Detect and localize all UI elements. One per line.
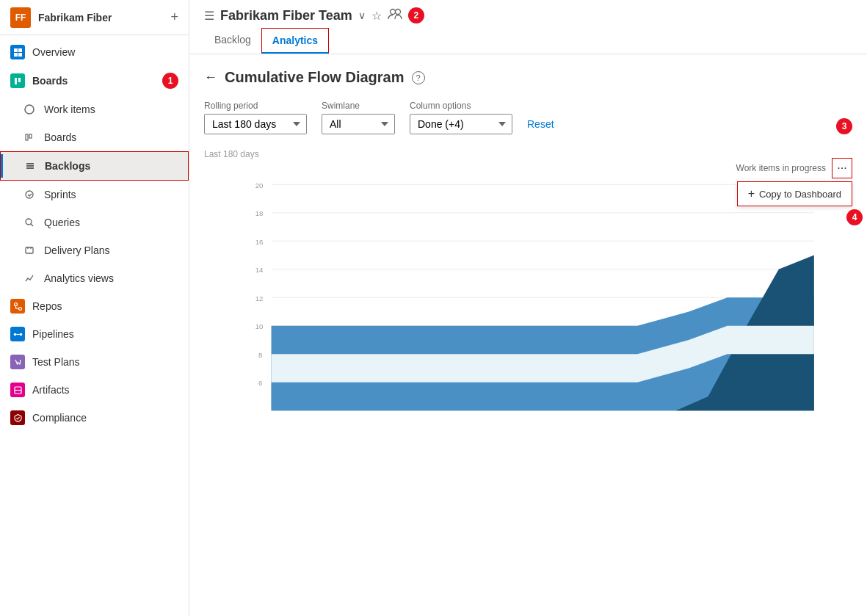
svg-rect-0 [14,48,18,52]
copy-to-dashboard-button[interactable]: + Copy to Dashboard [737,181,852,206]
filters-row: Rolling period Last 30 days Last 60 days… [204,101,852,134]
sidebar-item-label: Overview [32,46,75,58]
header-top: ☰ Fabrikam Fiber Team ∨ ☆ 2 [204,7,852,23]
sidebar-item-overview[interactable]: Overview [0,38,189,66]
sidebar-item-queries[interactable]: Queries [0,209,189,236]
chart-container: Last 180 days Work items in progress ···… [204,149,852,476]
step-badge-1: 1 [162,73,178,89]
sidebar-item-artifacts[interactable]: Artifacts [0,376,189,404]
svg-rect-15 [26,247,33,253]
sidebar-item-label: Work items [44,104,95,115]
sidebar-item-analytics-views[interactable]: Analytics views [0,264,189,292]
svg-point-22 [13,333,16,336]
step-badge-4: 4 [846,209,863,225]
chart-controls-row: Work items in progress ··· [736,158,852,178]
sidebar-header: FF Fabrikam Fiber + [0,0,189,35]
sidebar-item-label: Pipelines [32,328,74,340]
rolling-period-select[interactable]: Last 30 days Last 60 days Last 90 days L… [204,114,307,134]
sidebar-item-label: Sprints [44,189,76,200]
sidebar-item-label: Compliance [32,412,87,424]
overview-icon [10,45,25,59]
sidebar-item-pipelines[interactable]: Pipelines [0,320,189,348]
svg-text:14: 14 [255,266,264,274]
svg-rect-5 [18,78,21,82]
svg-rect-7 [26,134,28,140]
sidebar-item-backlogs[interactable]: Backlogs [0,151,189,181]
hamburger-icon[interactable]: ☰ [204,9,214,23]
work-items-icon [22,102,37,117]
svg-line-14 [31,224,33,226]
main-header: ☰ Fabrikam Fiber Team ∨ ☆ 2 Backlog Anal… [189,0,867,54]
queries-icon [22,215,37,230]
add-project-button[interactable]: + [170,10,178,25]
swimlane-select[interactable]: All Default Expedite [322,114,395,134]
sidebar-item-label: Boards [44,131,76,143]
sidebar-item-compliance[interactable]: Compliance [0,404,189,432]
analytics-views-icon [22,271,37,286]
svg-rect-3 [18,53,22,57]
sidebar-item-work-items[interactable]: Work items [0,95,189,123]
help-icon[interactable]: ? [412,71,425,84]
back-button[interactable]: ← [204,70,217,85]
sidebar-item-boards[interactable]: Boards [0,123,189,151]
sidebar-nav: Overview Boards 1 Work items Boards [0,35,189,616]
svg-point-12 [26,191,33,198]
sidebar-item-sprints[interactable]: Sprints [0,181,189,209]
swimlane-filter: Swimlane All Default Expedite [322,101,395,134]
svg-point-19 [18,307,21,310]
tab-backlog[interactable]: Backlog [204,28,261,54]
backlogs-icon [23,159,37,173]
favorite-icon[interactable]: ☆ [371,9,382,23]
content-area: ← Cumulative Flow Diagram ? Rolling peri… [189,54,867,616]
sidebar-item-label: Backlogs [45,160,90,172]
svg-text:6: 6 [258,379,262,387]
svg-rect-1 [18,48,22,52]
copy-dashboard-label: Copy to Dashboard [759,189,841,200]
pipelines-icon [10,327,25,341]
main-content: ☰ Fabrikam Fiber Team ∨ ☆ 2 Backlog Anal… [189,0,867,616]
svg-point-6 [25,105,34,114]
step-badge-2: 2 [408,7,424,23]
sidebar-item-repos[interactable]: Repos [0,292,189,320]
svg-rect-4 [15,78,17,84]
sidebar-item-label: Delivery Plans [44,244,109,256]
work-items-label: Work items in progress [736,163,826,173]
team-name: Fabrikam Fiber Team [220,8,352,23]
sidebar-item-delivery-plans[interactable]: Delivery Plans [0,236,189,264]
svg-text:18: 18 [255,209,264,217]
org-title: Fabrikam Fiber [38,12,170,23]
sidebar-item-boards-group[interactable]: Boards 1 [0,66,189,95]
svg-text:16: 16 [255,238,264,246]
svg-text:8: 8 [258,351,262,359]
chart-wrapper: Work items in progress ··· + Copy to Das… [204,165,852,476]
column-options-label: Column options [410,101,512,111]
svg-rect-2 [14,53,18,57]
swimlane-label: Swimlane [322,101,395,111]
org-avatar[interactable]: FF [10,7,31,28]
test-plans-icon [10,355,25,369]
tab-analytics[interactable]: Analytics [261,28,329,54]
svg-point-23 [19,333,22,336]
reset-button[interactable]: Reset [527,114,554,134]
boards-sub-icon [22,130,37,145]
sidebar-item-label: Boards [32,75,68,87]
team-chevron-icon[interactable]: ∨ [358,10,366,21]
svg-point-27 [390,10,395,15]
sidebar-item-label: Test Plans [32,356,80,368]
svg-rect-8 [29,134,32,138]
column-options-filter: Column options Done (+4) Active Resolved… [410,101,512,134]
svg-point-18 [14,302,17,305]
sidebar: FF Fabrikam Fiber + Overview Boards 1 Wo… [0,0,189,616]
svg-text:20: 20 [255,181,264,189]
artifacts-icon [10,383,25,397]
ellipsis-button[interactable]: ··· [832,158,852,178]
svg-text:10: 10 [255,322,264,330]
sidebar-item-label: Queries [44,217,80,228]
team-members-icon[interactable] [388,8,402,23]
boards-icon [10,73,25,88]
rolling-period-filter: Rolling period Last 30 days Last 60 days… [204,101,307,134]
repos-icon [10,299,25,314]
sidebar-item-test-plans[interactable]: Test Plans [0,348,189,376]
svg-point-28 [395,10,400,15]
column-options-select[interactable]: Done (+4) Active Resolved Closed [410,114,512,134]
